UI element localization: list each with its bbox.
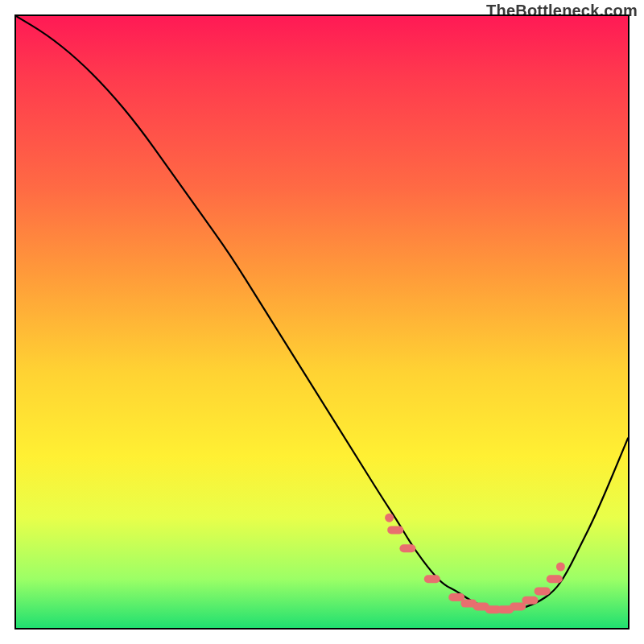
bottleneck-curve (16, 16, 628, 609)
optimum-marker (387, 526, 403, 534)
plot-area (14, 14, 630, 630)
optimum-marker (510, 602, 526, 610)
optimum-marker (522, 597, 538, 605)
optimum-marker-cap (385, 514, 394, 522)
optimum-marker-cap (556, 563, 565, 572)
optimum-marker (448, 593, 464, 601)
optimum-markers (385, 514, 565, 614)
optimum-marker (399, 544, 415, 552)
plot-svg (16, 16, 628, 628)
chart-stage: TheBottleneck.com (0, 0, 644, 644)
optimum-marker (424, 575, 440, 583)
optimum-marker (547, 575, 563, 583)
optimum-marker (535, 587, 551, 595)
